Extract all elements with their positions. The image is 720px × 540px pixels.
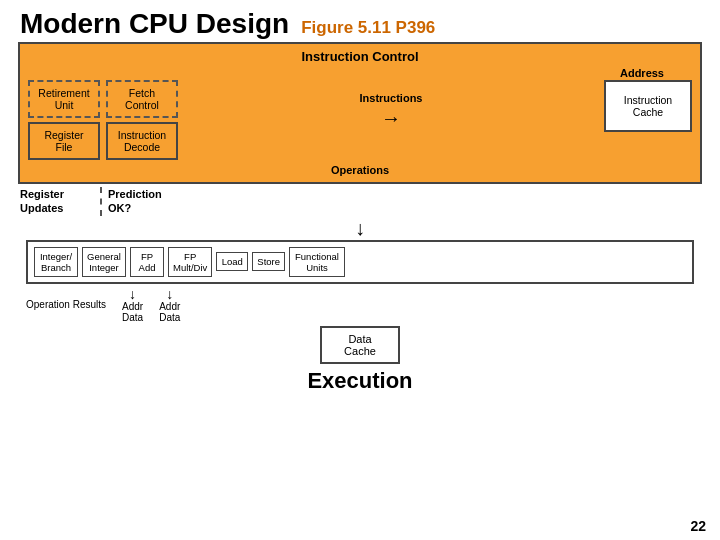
fu-fp-add: FP Add xyxy=(130,247,164,277)
instruction-control-container: Instruction Control Address Retirement U… xyxy=(18,42,702,184)
data-cache: Data Cache xyxy=(320,326,400,364)
fetch-control: Fetch Control xyxy=(106,80,178,118)
fu-integer-branch: Integer/ Branch xyxy=(34,247,78,277)
instructions-label: Instructions xyxy=(360,92,423,104)
page-title: Modern CPU Design xyxy=(20,8,289,40)
figure-label: Figure 5.11 P396 xyxy=(301,18,435,38)
fu-fp-mult-div: FP Mult/Div xyxy=(168,247,212,277)
instruction-decode: Instruction Decode xyxy=(106,122,178,160)
fu-general-integer: General Integer xyxy=(82,247,126,277)
operation-results-label: Operation Results xyxy=(26,299,106,310)
data-label-1: Data xyxy=(122,312,143,323)
address-label: Address xyxy=(620,67,664,79)
data-label-2: Data xyxy=(159,312,180,323)
addr-label-1: Addr xyxy=(122,301,143,312)
fu-store: Store xyxy=(252,252,285,271)
addr-label-2: Addr xyxy=(159,301,180,312)
register-file: Register File xyxy=(28,122,100,160)
instruction-cache: Instruction Cache xyxy=(604,80,692,132)
operations-label: Operations xyxy=(28,164,692,176)
fu-load: Load xyxy=(216,252,248,271)
instruction-control-label: Instruction Control xyxy=(28,49,692,64)
register-updates: Register Updates xyxy=(20,187,100,216)
prediction-ok: Prediction OK? xyxy=(100,187,180,216)
execution-label: Execution xyxy=(18,368,702,394)
functional-units-row: Integer/ Branch General Integer FP Add F… xyxy=(26,240,694,284)
retirement-unit: Retirement Unit xyxy=(28,80,100,118)
functional-units-label: Functional Units xyxy=(289,247,345,277)
page-number: 22 xyxy=(690,518,706,534)
